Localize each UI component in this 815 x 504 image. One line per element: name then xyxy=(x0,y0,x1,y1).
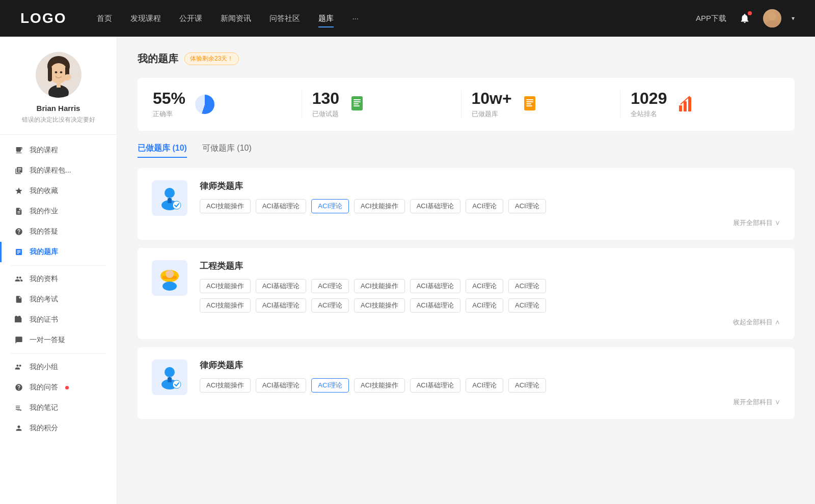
sidebar-item-exam[interactable]: 我的考试 xyxy=(0,289,117,310)
tab-done[interactable]: 已做题库 (10) xyxy=(138,143,187,158)
sidebar-profile: Brian Harris 错误的决定比没有决定要好 xyxy=(0,52,117,135)
doc-orange-icon xyxy=(520,93,542,116)
sidebar-item-myqa[interactable]: 我的问答 xyxy=(0,377,117,398)
nav-home[interactable]: 首页 xyxy=(97,12,112,25)
logo[interactable]: LOGO xyxy=(20,10,66,26)
qbank-engineer-inner: 工程类题库 ACI技能操作 ACI基础理论 ACI理论 ACI技能操作 ACI基… xyxy=(152,260,780,327)
sidebar-item-qa[interactable]: 我的答疑 xyxy=(0,221,117,242)
tag-item[interactable]: ACI理论 xyxy=(311,279,349,293)
tag-item[interactable]: ACI理论 xyxy=(508,378,546,393)
expand-button-1[interactable]: 展开全部科目 ∨ xyxy=(733,218,780,228)
nav-discover[interactable]: 发现课程 xyxy=(130,12,161,25)
myqa-icon xyxy=(14,383,23,392)
sidebar-item-groups[interactable]: 我的小组 xyxy=(0,357,117,377)
tag-item[interactable]: ACI技能操作 xyxy=(200,298,251,313)
sidebar-item-qbank[interactable]: 我的题库 xyxy=(0,242,117,262)
red-dot-indicator xyxy=(65,386,69,389)
sidebar-item-points[interactable]: 我的积分 xyxy=(0,418,117,438)
stat-label-rank: 全站排名 xyxy=(631,109,667,119)
avatar[interactable] xyxy=(763,9,781,27)
svg-rect-15 xyxy=(354,103,359,104)
sidebar-item-homework[interactable]: 我的作业 xyxy=(0,201,117,221)
groups-icon xyxy=(14,362,23,372)
tag-item[interactable]: ACI理论 xyxy=(466,298,503,313)
tag-item[interactable]: ACI技能操作 xyxy=(354,298,405,313)
qbank-content-1: 律师类题库 ACI技能操作 ACI基础理论 ACI理论 ACI技能操作 ACI基… xyxy=(200,180,780,228)
sidebar-label: 我的答疑 xyxy=(30,227,58,236)
tag-item-active[interactable]: ACI理论 xyxy=(311,199,349,213)
nav-qbank[interactable]: 题库 xyxy=(318,12,334,25)
points-icon xyxy=(14,424,23,433)
profile-avatar[interactable] xyxy=(36,52,82,98)
collapse-button-2[interactable]: 收起全部科目 ∧ xyxy=(733,318,780,327)
svg-point-9 xyxy=(55,71,57,73)
nav-menu: 首页 发现课程 公开课 新闻资讯 问答社区 题库 ··· xyxy=(97,12,675,25)
tag-item[interactable]: ACI理论 xyxy=(508,298,546,313)
expand-button-3[interactable]: 展开全部科目 ∨ xyxy=(733,398,780,407)
tag-item[interactable]: ACI理论 xyxy=(508,279,546,293)
main-content: 我的题库 体验剩余23天！ 55% 正确率 130 已做试题 xyxy=(117,37,815,504)
chevron-down-icon[interactable]: ▾ xyxy=(792,15,795,22)
app-download-button[interactable]: APP下载 xyxy=(696,14,726,23)
pie-chart-icon xyxy=(194,93,216,116)
sidebar-item-1on1[interactable]: 一对一答疑 xyxy=(0,330,117,350)
qbank-icon xyxy=(14,247,23,257)
svg-rect-23 xyxy=(684,101,687,111)
notification-bell[interactable] xyxy=(737,10,753,26)
tag-item[interactable]: ACI基础理论 xyxy=(410,298,461,313)
sidebar-label: 我的作业 xyxy=(30,207,58,216)
tag-item[interactable]: ACI基础理论 xyxy=(410,279,461,293)
sidebar-item-profile[interactable]: 我的资料 xyxy=(0,269,117,289)
nav-qa[interactable]: 问答社区 xyxy=(269,12,300,25)
stat-value-done: 130 xyxy=(312,90,339,106)
sidebar-item-favorites[interactable]: 我的收藏 xyxy=(0,181,117,201)
svg-point-0 xyxy=(768,12,776,20)
tag-item[interactable]: ACI理论 xyxy=(466,378,503,393)
svg-rect-14 xyxy=(354,101,361,102)
qbank-tags-row1-2: ACI技能操作 ACI基础理论 ACI理论 ACI技能操作 ACI基础理论 AC… xyxy=(200,279,780,293)
svg-rect-13 xyxy=(354,99,361,100)
tag-item[interactable]: ACI理论 xyxy=(466,199,503,213)
courses-icon xyxy=(14,146,23,155)
engineer-icon xyxy=(152,260,187,296)
tag-item[interactable]: ACI技能操作 xyxy=(200,199,251,213)
lawyer-icon-2 xyxy=(152,359,187,395)
tag-item[interactable]: ACI基础理论 xyxy=(410,199,461,213)
page-wrapper: Brian Harris 错误的决定比没有决定要好 我的课程 我的课程包... xyxy=(0,37,815,504)
tag-item-active[interactable]: ACI理论 xyxy=(311,378,349,393)
sidebar-item-certificate[interactable]: 我的证书 xyxy=(0,310,117,330)
tag-item[interactable]: ACI基础理论 xyxy=(256,199,307,213)
tag-item[interactable]: ACI技能操作 xyxy=(200,378,251,393)
tag-item[interactable]: ACI理论 xyxy=(311,298,349,313)
qbank-content-3: 律师类题库 ACI技能操作 ACI基础理论 ACI理论 ACI技能操作 ACI基… xyxy=(200,359,780,407)
trial-badge: 体验剩余23天！ xyxy=(184,52,239,65)
notes-icon xyxy=(14,403,23,412)
svg-rect-5 xyxy=(48,66,52,81)
qbank-engineer: 工程类题库 ACI技能操作 ACI基础理论 ACI理论 ACI技能操作 ACI基… xyxy=(138,248,795,339)
tag-item[interactable]: ACI技能操作 xyxy=(354,199,405,213)
tag-item[interactable]: ACI基础理论 xyxy=(410,378,461,393)
nav-news[interactable]: 新闻资讯 xyxy=(221,12,251,25)
tag-item[interactable]: ACI技能操作 xyxy=(200,279,251,293)
nav-more[interactable]: ··· xyxy=(352,12,359,25)
tag-item[interactable]: ACI基础理论 xyxy=(256,298,307,313)
sidebar-item-course-pkg[interactable]: 我的课程包... xyxy=(0,160,117,181)
profile-motto: 错误的决定比没有决定要好 xyxy=(22,116,95,124)
expand-row-1: 展开全部科目 ∨ xyxy=(200,218,780,228)
sidebar-item-notes[interactable]: 我的笔记 xyxy=(0,398,117,418)
tag-item[interactable]: ACI基础理论 xyxy=(256,279,307,293)
qbank-tags-row2-2: ACI技能操作 ACI基础理论 ACI理论 ACI技能操作 ACI基础理论 AC… xyxy=(200,298,780,313)
svg-point-10 xyxy=(60,71,62,73)
nav-opencourse[interactable]: 公开课 xyxy=(179,12,202,25)
navbar-right: APP下载 ▾ xyxy=(696,9,795,27)
sidebar-label: 我的资料 xyxy=(30,274,58,284)
tag-item[interactable]: ACI理论 xyxy=(466,279,503,293)
chat-icon xyxy=(14,335,23,345)
profile-name: Brian Harris xyxy=(37,104,80,113)
tag-item[interactable]: ACI技能操作 xyxy=(354,378,405,393)
tag-item[interactable]: ACI技能操作 xyxy=(354,279,405,293)
tab-available[interactable]: 可做题库 (10) xyxy=(202,143,252,158)
tag-item[interactable]: ACI基础理论 xyxy=(256,378,307,393)
tag-item[interactable]: ACI理论 xyxy=(508,199,546,213)
sidebar-item-courses[interactable]: 我的课程 xyxy=(0,140,117,160)
